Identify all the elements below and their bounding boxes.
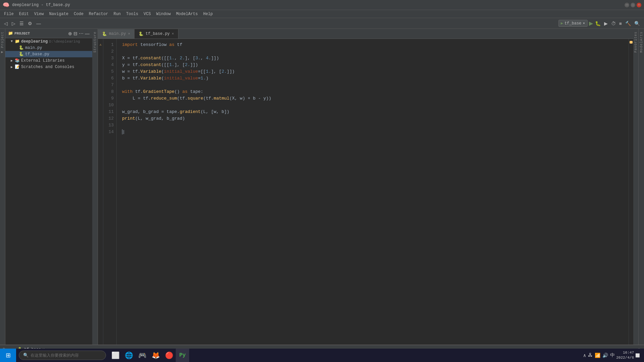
code-content[interactable]: import tensorflow as tf X = tf.constant(… xyxy=(117,39,629,345)
main-layout: ◀ Project 📁 Project ⊕ ⊟ ⋯ — ▼ 📁 deeplear… xyxy=(0,29,644,345)
minimize-button[interactable]: ─ xyxy=(625,3,629,7)
root-folder-path: D:\deeplearing xyxy=(49,40,80,44)
stop-button[interactable]: ■ xyxy=(618,20,623,27)
tree-main-py[interactable]: ▶ 🐍 main.py xyxy=(5,45,92,51)
notification-icon[interactable]: ⬜ xyxy=(635,353,640,358)
tree-root-folder[interactable]: ▼ 📁 deeplearing D:\deeplearing xyxy=(5,38,92,45)
tree-scratches-arrow: ▶ xyxy=(11,65,15,69)
date-display: 2022/4/6 xyxy=(616,355,634,360)
menu-refactor[interactable]: Refactor xyxy=(86,10,111,18)
tray-arrow-icon[interactable]: ∧ xyxy=(583,353,586,358)
taskbar-firefox[interactable]: 🦊 xyxy=(149,349,162,362)
code-line-7 xyxy=(122,82,623,88)
wifi-icon[interactable]: 📶 xyxy=(595,353,600,358)
run-config-dropdown-icon: ▾ xyxy=(583,21,585,26)
toolbar-settings-button[interactable]: ⚙ xyxy=(26,20,34,27)
gutter-warning-1: ⚠ xyxy=(98,42,103,48)
menu-tools[interactable]: Tools xyxy=(123,10,141,18)
search-everywhere-button[interactable]: 🔍 xyxy=(633,20,641,27)
taskbar-task-view[interactable]: ⬜ xyxy=(109,349,122,362)
network-icon[interactable]: 🖧 xyxy=(588,353,593,358)
build-button[interactable]: 🔨 xyxy=(624,20,632,27)
tab-tfbase-icon: 🐍 xyxy=(139,32,144,37)
favorites-panel[interactable]: Favorites xyxy=(633,29,639,345)
structure-panel[interactable]: Structure xyxy=(93,29,98,345)
time-display: 16:47 xyxy=(616,350,634,355)
sidebar-header: 📁 Project ⊕ ⊟ ⋯ — xyxy=(5,29,92,38)
run-button[interactable]: ▶ xyxy=(589,20,593,27)
tab-main-py-close[interactable]: × xyxy=(128,32,130,36)
tab-tf-base-py[interactable]: 🐍 tf_base.py × xyxy=(135,29,178,39)
menu-run[interactable]: Run xyxy=(111,10,123,18)
menu-help[interactable]: Help xyxy=(201,10,216,18)
toolbar-actions: ▶ 🐛 ▶ ⏱ ■ 🔨 🔍 xyxy=(589,20,641,27)
sidebar-action-crosshair[interactable]: ⊕ xyxy=(68,31,72,36)
tree-root-arrow: ▼ xyxy=(11,40,15,43)
menu-vcs[interactable]: VCS xyxy=(141,10,154,18)
python-file-icon: 🐍 xyxy=(19,45,24,50)
volume-icon[interactable]: 🔊 xyxy=(602,353,608,358)
folder-icon: 📁 xyxy=(15,39,20,44)
code-line-8: with tf.GradientTape() as tape: xyxy=(122,88,623,95)
code-line-11: w_grad, b_grad = tape.gradient(L, [w, b]… xyxy=(122,109,623,115)
code-line-4: y = tf.constant([[1.], [2.]]) xyxy=(122,62,623,68)
close-button[interactable]: × xyxy=(637,3,641,7)
taskbar-pycharm[interactable]: Py xyxy=(176,349,189,362)
tree-external-libs[interactable]: ▶ 📚 External Libraries xyxy=(5,57,92,64)
toolbar-back-button[interactable]: ◁ xyxy=(3,20,9,27)
toolbar-forward-button[interactable]: ▷ xyxy=(10,20,17,27)
menu-code[interactable]: Code xyxy=(71,10,86,18)
tab-bar: 🐍 main.py × 🐍 tf_base.py × xyxy=(98,29,633,39)
app-icon: 🧠 xyxy=(3,2,9,8)
taskbar-browser-chrome[interactable]: 🌐 xyxy=(122,349,136,362)
tree-scratches[interactable]: ▶ 📝 Scratches and Consoles xyxy=(5,64,92,70)
ime-icon[interactable]: 中 xyxy=(610,352,615,358)
tree-tf-base-py[interactable]: ▶ 🐍 tf_base.py xyxy=(5,51,92,57)
profile-button[interactable]: ⏱ xyxy=(610,20,617,27)
tab-main-py-icon: 🐍 xyxy=(102,32,107,37)
tab-tf-base-label: tf_base.py xyxy=(146,32,170,36)
code-line-12: print(L, w_grad, b_grad) xyxy=(122,115,623,122)
modelarts-panel[interactable]: ModelArts xyxy=(639,29,644,345)
scratches-icon: 📝 xyxy=(15,64,20,69)
main-py-name: main.py xyxy=(25,46,42,50)
sidebar-action-hide[interactable]: — xyxy=(85,31,90,36)
project-panel-label[interactable]: ◀ Project xyxy=(0,29,5,57)
maximize-button[interactable]: □ xyxy=(631,3,635,7)
scroll-warning-marker xyxy=(630,41,633,44)
taskbar-steam[interactable]: 🎮 xyxy=(136,349,149,362)
menu-edit[interactable]: Edit xyxy=(16,10,32,18)
code-line-10 xyxy=(122,102,623,109)
menu-navigate[interactable]: Navigate xyxy=(46,10,71,18)
run-config[interactable]: ▶ tf_base ▾ xyxy=(558,20,588,27)
toolbar-hide-button[interactable]: — xyxy=(35,20,42,27)
search-input[interactable] xyxy=(31,353,98,358)
menu-view[interactable]: View xyxy=(32,10,47,18)
tab-main-py[interactable]: 🐍 main.py × xyxy=(98,29,135,39)
toolbar: ◁ ▷ ☰ ⚙ — ▶ tf_base ▾ ▶ 🐛 ▶ ⏱ ■ 🔨 🔍 xyxy=(0,18,644,29)
search-icon: 🔍 xyxy=(23,353,29,358)
tab-main-py-label: main.py xyxy=(109,32,126,36)
code-line-5: w = tf.Variable(initial_value=[[1.], [2.… xyxy=(122,68,623,75)
debug-button[interactable]: 🐛 xyxy=(594,20,602,27)
sidebar-action-collapse[interactable]: ⊟ xyxy=(73,31,77,36)
code-line-14: | xyxy=(122,129,623,135)
menu-modelarts[interactable]: ModelArts xyxy=(173,10,201,18)
taskbar-app-red[interactable]: 🔴 xyxy=(162,349,176,362)
start-button[interactable]: ⊞ xyxy=(0,349,16,362)
menu-bar: File Edit View Navigate Code Refactor Ru… xyxy=(0,10,644,18)
system-time[interactable]: 16:47 2022/4/6 xyxy=(616,350,634,361)
root-folder-name: deeplearing xyxy=(21,39,48,44)
menu-file[interactable]: File xyxy=(1,10,16,18)
search-bar[interactable]: 🔍 xyxy=(19,351,106,360)
menu-window[interactable]: Window xyxy=(154,10,173,18)
favorites-label: Favorites xyxy=(633,29,638,55)
tree-extlibs-arrow: ▶ xyxy=(11,59,15,63)
tab-tfbase-close[interactable]: × xyxy=(172,32,174,36)
code-line-6: b = tf.Variable(initial_value=1.) xyxy=(122,75,623,82)
sidebar-action-dots[interactable]: ⋯ xyxy=(79,31,84,36)
title-bar-title: deeplearing - tf_base.py xyxy=(12,3,70,7)
coverage-button[interactable]: ▶ xyxy=(603,20,609,27)
code-editor: ⚠ 1 2 3 4 5 6 7 8 9 10 11 12 13 14 imp xyxy=(98,39,633,345)
toolbar-recentfiles-button[interactable]: ☰ xyxy=(18,20,25,27)
